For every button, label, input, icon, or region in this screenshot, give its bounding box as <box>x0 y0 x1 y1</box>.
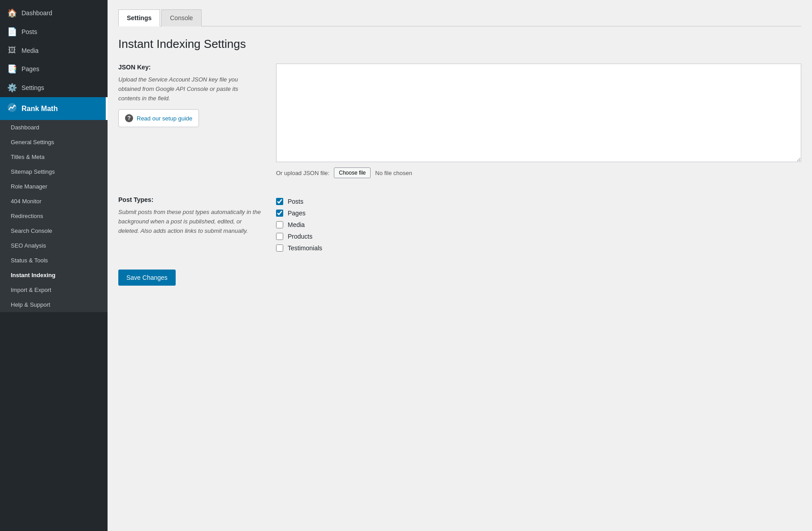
submenu-item-404-monitor[interactable]: 404 Monitor <box>0 194 108 209</box>
submenu-item-import-export[interactable]: Import & Export <box>0 283 108 297</box>
submenu-item-dashboard[interactable]: Dashboard <box>0 120 108 135</box>
setup-guide-link[interactable]: ? Read our setup guide <box>118 109 199 127</box>
checkbox-posts[interactable]: Posts <box>276 198 801 205</box>
checkbox-testimonials[interactable]: Testimonials <box>276 244 801 252</box>
no-file-text: No file chosen <box>375 170 412 176</box>
sidebar-item-rank-math[interactable]: Rank Math <box>0 97 108 120</box>
submenu-item-role-manager[interactable]: Role Manager <box>0 179 108 194</box>
post-types-section: Post Types: Submit posts from these post… <box>118 196 801 252</box>
checkbox-products[interactable]: Products <box>276 233 801 240</box>
submenu-item-sitemap-settings[interactable]: Sitemap Settings <box>0 164 108 179</box>
sidebar-item-label: Posts <box>22 28 37 35</box>
json-key-textarea[interactable] <box>276 64 801 162</box>
post-types-text: Submit posts from these post types autom… <box>118 208 262 236</box>
sidebar-item-settings[interactable]: ⚙️ Settings <box>0 78 108 97</box>
checkbox-media-label: Media <box>288 221 305 228</box>
checkbox-pages-input[interactable] <box>276 210 283 217</box>
post-types-list: Posts Pages Media Products <box>276 196 801 252</box>
post-types-control: Posts Pages Media Products <box>276 196 801 252</box>
tab-console[interactable]: Console <box>161 9 201 26</box>
submenu-item-instant-indexing[interactable]: Instant Indexing <box>0 268 108 283</box>
checkbox-posts-label: Posts <box>288 198 303 205</box>
submenu-item-status-tools[interactable]: Status & Tools <box>0 253 108 268</box>
checkbox-testimonials-input[interactable] <box>276 244 283 252</box>
save-changes-button[interactable]: Save Changes <box>118 270 176 286</box>
json-key-control: Or upload JSON file: Choose file No file… <box>276 64 801 178</box>
tab-bar: Settings Console <box>118 9 801 26</box>
json-key-heading: JSON Key: <box>118 64 262 71</box>
content-area: Settings Console Instant Indexing Settin… <box>108 0 812 531</box>
upload-label: Or upload JSON file: <box>276 170 329 176</box>
json-key-section: JSON Key: Upload the Service Account JSO… <box>118 64 801 178</box>
submenu-item-titles-meta[interactable]: Titles & Meta <box>0 150 108 164</box>
checkbox-pages[interactable]: Pages <box>276 210 801 217</box>
sidebar-item-pages[interactable]: 📑 Pages <box>0 60 108 78</box>
checkbox-media[interactable]: Media <box>276 221 801 228</box>
settings-icon: ⚙️ <box>7 83 17 93</box>
checkbox-pages-label: Pages <box>288 210 306 217</box>
checkbox-posts-input[interactable] <box>276 198 283 205</box>
sidebar-item-media[interactable]: 🖼 Media <box>0 41 108 60</box>
submenu-item-search-console[interactable]: Search Console <box>0 223 108 238</box>
checkbox-testimonials-label: Testimonials <box>288 244 322 252</box>
sidebar-item-dashboard[interactable]: 🏠 Dashboard <box>0 4 108 22</box>
posts-icon: 📄 <box>7 27 17 37</box>
dashboard-icon: 🏠 <box>7 8 17 18</box>
submenu-item-redirections[interactable]: Redirections <box>0 209 108 223</box>
json-key-text: Upload the Service Account JSON key file… <box>118 75 262 103</box>
checkbox-products-label: Products <box>288 233 312 240</box>
sidebar-item-label: Pages <box>22 65 39 73</box>
sidebar: 🏠 Dashboard 📄 Posts 🖼 Media 📑 Pages ⚙️ S… <box>0 0 108 531</box>
page-title: Instant Indexing Settings <box>118 37 801 51</box>
submenu-item-general-settings[interactable]: General Settings <box>0 135 108 150</box>
choose-file-button[interactable]: Choose file <box>334 167 371 178</box>
json-key-description: JSON Key: Upload the Service Account JSO… <box>118 64 262 127</box>
submenu-item-seo-analysis[interactable]: SEO Analysis <box>0 238 108 253</box>
rank-math-icon <box>7 103 17 115</box>
submenu-item-help-support[interactable]: Help & Support <box>0 297 108 312</box>
setup-guide-label: Read our setup guide <box>137 115 192 122</box>
checkbox-products-input[interactable] <box>276 233 283 240</box>
pages-icon: 📑 <box>7 64 17 74</box>
help-icon: ? <box>125 114 133 122</box>
sidebar-item-label: Dashboard <box>22 9 52 17</box>
sidebar-top-section: 🏠 Dashboard 📄 Posts 🖼 Media 📑 Pages ⚙️ S… <box>0 0 108 97</box>
post-types-heading: Post Types: <box>118 196 262 203</box>
checkbox-media-input[interactable] <box>276 221 283 228</box>
rank-math-submenu: Dashboard General Settings Titles & Meta… <box>0 120 108 312</box>
sidebar-item-label: Media <box>22 47 39 54</box>
media-icon: 🖼 <box>7 46 17 55</box>
post-types-description: Post Types: Submit posts from these post… <box>118 196 262 242</box>
file-upload-row: Or upload JSON file: Choose file No file… <box>276 167 801 178</box>
tab-settings[interactable]: Settings <box>118 9 160 26</box>
main-content: Settings Console Instant Indexing Settin… <box>108 0 812 531</box>
rank-math-label: Rank Math <box>22 105 58 113</box>
sidebar-item-posts[interactable]: 📄 Posts <box>0 22 108 41</box>
sidebar-item-label: Settings <box>22 84 44 91</box>
